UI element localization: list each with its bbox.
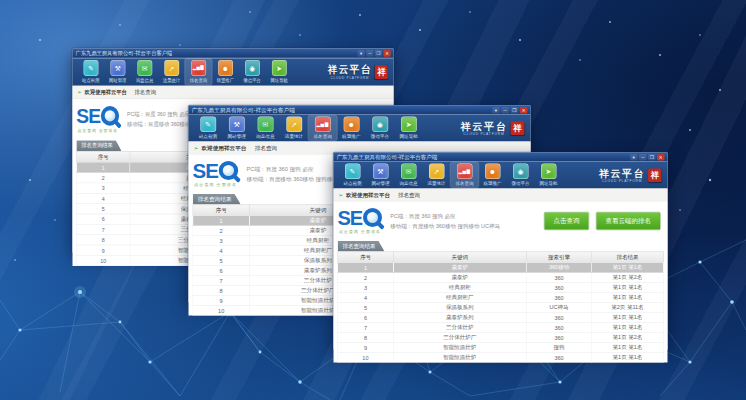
brand-seal-icon: 祥: [648, 168, 662, 182]
maximize-button[interactable]: ❐: [375, 50, 382, 57]
toolbar-item-rank-query[interactable]: ▂▅▇ 排名查询: [308, 116, 337, 141]
welcome-text: 欢迎使用祥云平台: [85, 88, 127, 96]
toolbar-item-rank-query[interactable]: ▂▅▇ 排名查询: [451, 163, 479, 188]
tab-rank-results[interactable]: 排名查询结果: [76, 140, 121, 151]
table-cell: 三分体灶炉厂: [393, 332, 526, 342]
toolbar-item-alliance-promo[interactable]: ☻ 联盟推广: [479, 163, 507, 188]
skin-button[interactable]: ▾: [492, 107, 500, 114]
col-header-index: 序号: [193, 205, 250, 216]
skin-button[interactable]: ▾: [630, 154, 638, 161]
table-cell: 3: [193, 235, 250, 245]
table-row[interactable]: 9智能恒温灶炉搜狗第1页 第1名: [338, 342, 664, 352]
toolbar-item-inquiry[interactable]: ✉ 询盘信息: [131, 59, 158, 85]
toolbar-item-inquiry[interactable]: ✉ 询盘信息: [251, 116, 280, 141]
window-titlebar[interactable]: 广东九鼎王厨具有限公司-祥云平台客户端 ▾ ─ ❐ ✕: [72, 49, 393, 58]
brand-subtitle: CLOUD PLATFORM: [463, 132, 504, 135]
seo-slogan: 点击查询 全面排名: [339, 229, 381, 235]
close-button[interactable]: ✕: [383, 50, 390, 57]
table-row[interactable]: 7三分体灶炉360第1页 第1名: [338, 322, 664, 332]
table-cell: 6: [193, 265, 250, 275]
skin-button[interactable]: ▾: [357, 50, 364, 57]
toolbar-item-site-manage[interactable]: ⚒ 网站管理: [367, 163, 395, 188]
minimize-button[interactable]: ─: [366, 50, 373, 57]
table-row[interactable]: 10智能恒温灶炉360第1页 第1名: [338, 352, 664, 362]
toolbar-item-traffic-stats[interactable]: ↗ 流量统计: [423, 163, 451, 188]
table-row[interactable]: 1康泰炉360移动第1页 第1名: [338, 262, 664, 272]
maximize-button[interactable]: ❐: [511, 107, 519, 114]
table-cell: 6: [338, 312, 393, 322]
toolbar-item-alliance-promo[interactable]: ☻ 联盟推广: [212, 59, 239, 85]
table-cell: 360: [527, 282, 592, 292]
chat-bubble-icon: ✉: [257, 117, 273, 133]
app-window: 广东九鼎王厨具有限公司-祥云平台客户端 ▾ ─ ❐ ✕ ✎ 站点检测 ⚒ 网站管…: [333, 152, 668, 350]
table-cell: 三分体灶炉: [393, 322, 526, 332]
seo-logo: SE 点击查询 全面排名: [193, 161, 239, 188]
content-area: SE 点击查询 全面排名 PC端：百度 360 搜狗 必应 移动端：百度移动 3…: [334, 202, 668, 363]
toolbar-item-site-manage[interactable]: ⚒ 网站管理: [104, 59, 131, 85]
toolbar-item-site-manage[interactable]: ⚒ 网站管理: [222, 116, 251, 141]
window-titlebar[interactable]: 广东九鼎王厨具有限公司-祥云平台客户端 ▾ ─ ❐ ✕: [334, 153, 668, 162]
seo-logo-text: SE: [338, 208, 363, 228]
seo-slogan: 点击查询 全面排名: [78, 128, 118, 134]
welcome-text: 欢迎使用祥云平台: [201, 144, 246, 152]
query-button[interactable]: 点击查询: [544, 212, 589, 230]
table-row[interactable]: 2康泰炉360第1页 第2名: [338, 272, 664, 282]
maximize-button[interactable]: ❐: [648, 154, 656, 161]
toolbar-item-traffic-stats[interactable]: ↗ 流量统计: [280, 116, 309, 141]
toolbar-item-wechat-platform[interactable]: ◉ 微信平台: [239, 59, 266, 85]
mouse-icon: ➤: [401, 117, 417, 133]
brand-subtitle: CLOUD PLATFORM: [330, 76, 369, 79]
magnifier-icon: [101, 106, 119, 126]
toolbar-item-wechat-platform[interactable]: ◉ 微信平台: [507, 163, 535, 188]
minimize-button[interactable]: ─: [501, 107, 509, 114]
close-button[interactable]: ✕: [657, 154, 665, 161]
sprout-icon: ➢: [339, 192, 344, 199]
table-row[interactable]: 8三分体灶炉厂360第1页 第2名: [338, 332, 664, 342]
toolbar-item-site-check[interactable]: ✎ 站点检测: [77, 59, 104, 85]
table-row[interactable]: 4经典厨柜厂360第1页 第1名: [338, 292, 664, 302]
view-cloud-rank-button[interactable]: 查看云端的排名: [596, 212, 661, 230]
tools-icon: ⚒: [229, 117, 245, 133]
toolbar-item-traffic-stats[interactable]: ↗ 流量统计: [158, 59, 185, 85]
col-header-index: 序号: [77, 151, 130, 162]
table-cell: UC神马: [527, 302, 592, 312]
window-controls: ▾ ─ ❐ ✕: [630, 154, 665, 161]
table-row[interactable]: 3经典厨柜360第1页 第1名: [338, 282, 664, 292]
table-cell: 第1页 第2名: [592, 332, 664, 342]
table-cell: 1: [77, 162, 130, 172]
table-cell: 第1页 第1名: [592, 342, 664, 352]
table-cell: 经典厨柜厂: [393, 292, 526, 302]
table-cell: 7: [193, 275, 250, 285]
mouse-icon: ➤: [541, 164, 557, 180]
col-header-rank: 排名结果: [592, 252, 664, 263]
table-cell: 10: [193, 305, 250, 315]
tab-rank-results[interactable]: 排名查询结果: [193, 194, 241, 205]
toolbar-item-site-check[interactable]: ✎ 站点检测: [339, 163, 367, 188]
window-titlebar[interactable]: 广东九鼎王厨具有限公司-祥云平台客户端 ▾ ─ ❐ ✕: [189, 106, 531, 115]
table-cell: 9: [193, 295, 250, 305]
minimize-button[interactable]: ─: [639, 154, 647, 161]
toolbar-item-inquiry[interactable]: ✉ 询盘信息: [395, 163, 423, 188]
table-cell: 8: [77, 235, 130, 245]
table-cell: 智能恒温灶炉: [393, 342, 526, 352]
toolbar-item-site-nav[interactable]: ➤ 网址导航: [535, 163, 563, 188]
window-title: 广东九鼎王厨具有限公司-祥云平台客户端: [337, 153, 438, 161]
table-cell: 第1页 第1名: [592, 312, 664, 322]
tab-rank-results[interactable]: 排名查询结果: [338, 241, 385, 252]
main-toolbar: ✎ 站点检测 ⚒ 网站管理 ✉ 询盘信息 ↗ 流量统计 ▂▅▇ 排名查询 ☻ 联…: [189, 115, 531, 142]
close-button[interactable]: ✕: [520, 107, 528, 114]
chat-bubble-icon: ✉: [137, 60, 152, 76]
toolbar-item-site-check[interactable]: ✎ 站点检测: [194, 116, 223, 141]
seo-logo: SE 点击查询 全面排名: [76, 105, 119, 133]
seo-logo-text: SE: [76, 105, 100, 126]
toolbar-item-alliance-promo[interactable]: ☻ 联盟推广: [337, 116, 366, 141]
bar-chart-icon: ▂▅▇: [191, 60, 206, 76]
toolbar-item-wechat-platform[interactable]: ◉ 微信平台: [366, 116, 395, 141]
toolbar-item-rank-query[interactable]: ▂▅▇ 排名查询: [185, 59, 212, 85]
table-row[interactable]: 6康泰炉系列360第1页 第1名: [338, 312, 664, 322]
table-row[interactable]: 5保温板系列UC神马第2页 第11名: [338, 302, 664, 312]
toolbar-item-site-nav[interactable]: ➤ 网址导航: [394, 116, 423, 141]
toolbar-item-site-nav[interactable]: ➤ 网址导航: [266, 59, 293, 85]
table-cell: 8: [193, 285, 250, 295]
col-header-index: 序号: [338, 252, 393, 263]
